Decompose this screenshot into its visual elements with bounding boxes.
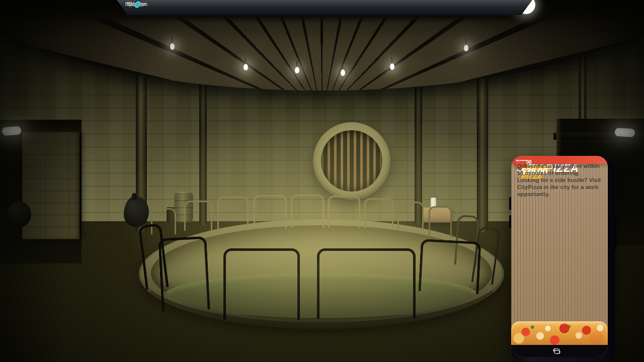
game-screen: Energy Sanity Bladder Hygiene Nutrition … [0, 0, 644, 362]
light-bulb [295, 67, 299, 73]
light-bulb [170, 43, 175, 50]
smartphone: $24.00 7:48 AM CITY PIZZA SMALL PIZZA $1… [511, 156, 615, 362]
home-icon[interactable] [551, 346, 562, 355]
railing-hoop [418, 239, 481, 294]
bulb-cord [391, 57, 392, 63]
bulb-cord [342, 63, 343, 69]
bulb-cord [245, 58, 246, 64]
pizza-photo [511, 321, 608, 345]
bulb-cord [296, 61, 297, 67]
bulb-cord [465, 39, 466, 45]
delivery-info-text: Deliveries usually arrive within 15 minu… [517, 162, 602, 198]
needs-hud-bar: Energy Sanity Bladder Hygiene Nutrition … [117, 0, 532, 15]
light-bulb [390, 63, 394, 70]
phone-nav-bar [511, 345, 608, 357]
phone-screen: $24.00 7:48 AM CITY PIZZA SMALL PIZZA $1… [511, 156, 608, 357]
railing-hoop [158, 236, 210, 312]
light-bulb [244, 64, 248, 70]
railing-hoop [317, 248, 416, 319]
light-bulb [464, 45, 468, 51]
bulb-cord [172, 37, 173, 43]
railing-hoop [223, 248, 300, 320]
light-bulb [341, 69, 345, 76]
